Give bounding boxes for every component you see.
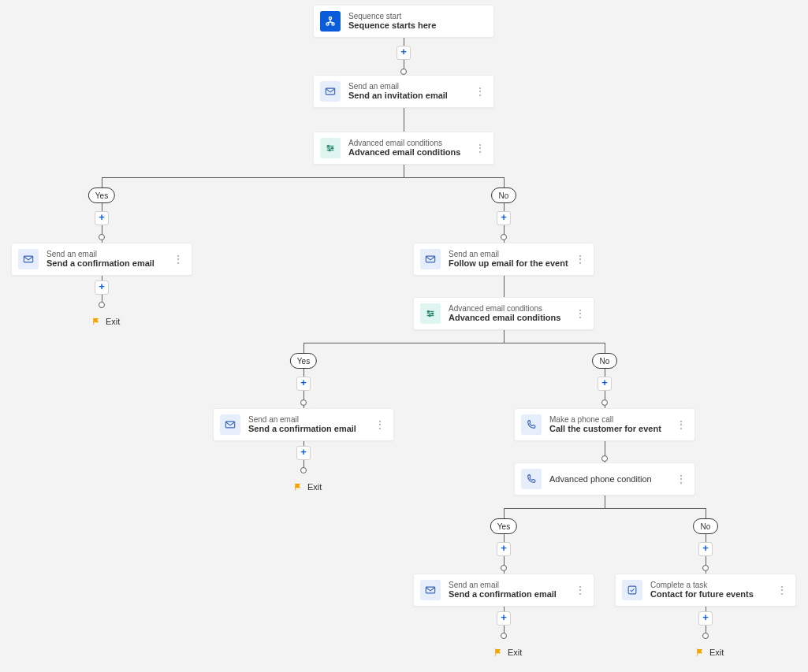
node-type-label: Complete a task [650,581,775,590]
connector-port [601,455,608,462]
node-title-label: Advanced email conditions [348,147,473,158]
flag-icon [493,648,503,657]
branch-label-no: No [592,353,617,369]
connector [404,108,404,132]
node-title-label: Advanced email conditions [449,313,573,323]
connector-port [300,467,307,473]
add-step-button[interactable]: + [95,280,109,295]
node-type-label: Send an email [348,82,473,91]
exit-label: Exit [508,648,522,657]
connector [504,508,706,509]
add-step-button[interactable]: + [296,377,311,391]
node-advanced-email-conditions-1[interactable]: Advanced email conditions Advanced email… [313,132,494,165]
exit-marker: Exit [493,648,522,657]
node-more-menu[interactable]: ⋮ [775,585,789,596]
connector-port [501,234,507,240]
email-icon [420,580,441,600]
node-type-label: Send an email [449,250,573,259]
add-step-button[interactable]: + [296,446,311,460]
flag-icon [293,482,303,492]
connector-port [501,633,507,639]
task-icon [622,580,642,600]
connector [605,496,605,508]
exit-label: Exit [106,317,120,326]
add-step-button[interactable]: + [698,542,713,556]
branch-label-yes: Yes [290,353,317,369]
node-confirmation-email-2[interactable]: Send an email Send a confirmation email … [213,408,394,441]
svg-line-4 [328,22,331,23]
svg-point-0 [329,17,331,19]
node-more-menu[interactable]: ⋮ [573,585,587,596]
add-step-button[interactable]: + [497,211,511,225]
svg-point-11 [332,147,333,149]
add-step-button[interactable]: + [95,211,109,225]
add-step-button[interactable]: + [598,377,612,391]
svg-point-2 [326,23,329,25]
node-type-label: Send an email [47,250,171,259]
node-send-invitation-email[interactable]: Send an email Send an invitation email ⋮ [313,75,494,108]
node-title-label: Send a confirmation email [449,589,573,600]
node-confirmation-email-1[interactable]: Send an email Send a confirmation email … [11,243,192,276]
email-icon [320,81,341,102]
connector [504,276,505,297]
exit-marker: Exit [695,648,724,657]
condition-icon [320,138,341,158]
svg-rect-23 [628,586,636,594]
node-more-menu[interactable]: ⋮ [171,254,185,265]
node-more-menu[interactable]: ⋮ [373,419,387,430]
node-type-label: Advanced email conditions [449,304,573,314]
connector-port [99,234,105,240]
node-sequence-start[interactable]: Sequence start Sequence starts here [313,5,494,38]
connector-port [400,69,407,75]
connector-port [99,302,105,308]
node-title-label: Send a confirmation email [248,424,373,434]
connector [504,330,505,343]
flag-icon [91,317,101,326]
phone-condition-icon [521,469,542,489]
sequence-start-icon [320,11,341,32]
branch-label-no: No [491,187,516,203]
node-advanced-phone-condition[interactable]: Advanced phone condition ⋮ [514,462,695,496]
svg-point-20 [429,315,430,317]
svg-point-19 [432,313,434,314]
node-more-menu[interactable]: ⋮ [473,143,487,154]
svg-point-10 [327,145,329,147]
node-complete-task[interactable]: Complete a task Contact for future event… [615,574,796,607]
node-more-menu[interactable]: ⋮ [573,254,587,265]
node-title-label: Advanced phone condition [549,474,674,485]
node-type-label: Sequence start [348,12,487,21]
add-step-button[interactable]: + [497,542,511,556]
node-more-menu[interactable]: ⋮ [473,86,487,97]
connector-port [501,565,507,571]
exit-label: Exit [709,648,724,657]
connector-port [601,399,608,406]
node-title-label: Send an invitation email [348,91,473,101]
connector [102,177,504,178]
node-followup-email[interactable]: Send an email Follow up email for the ev… [413,243,594,276]
add-step-button[interactable]: + [397,46,411,60]
node-more-menu[interactable]: ⋮ [674,473,688,485]
phone-icon [521,414,542,435]
node-confirmation-email-3[interactable]: Send an email Send a confirmation email … [413,574,594,607]
exit-label: Exit [307,482,322,492]
node-type-label: Advanced email conditions [348,139,473,148]
node-title-label: Call the customer for event [549,424,674,434]
connector-port [702,633,709,639]
email-icon [420,249,441,269]
email-icon [18,249,39,269]
flag-icon [695,648,705,657]
node-type-label: Send an email [248,415,373,425]
node-advanced-email-conditions-2[interactable]: Advanced email conditions Advanced email… [413,297,594,330]
add-step-button[interactable]: + [698,611,713,626]
svg-line-5 [330,22,333,23]
node-type-label: Make a phone call [549,415,674,425]
node-more-menu[interactable]: ⋮ [674,419,688,430]
svg-point-12 [329,150,330,151]
svg-point-18 [427,310,429,312]
node-title-label: Contact for future events [650,589,775,600]
add-step-button[interactable]: + [497,611,511,626]
node-phone-call[interactable]: Make a phone call Call the customer for … [514,408,695,441]
node-more-menu[interactable]: ⋮ [573,308,587,319]
node-title-label: Send a confirmation email [47,258,171,269]
svg-point-3 [332,23,334,25]
